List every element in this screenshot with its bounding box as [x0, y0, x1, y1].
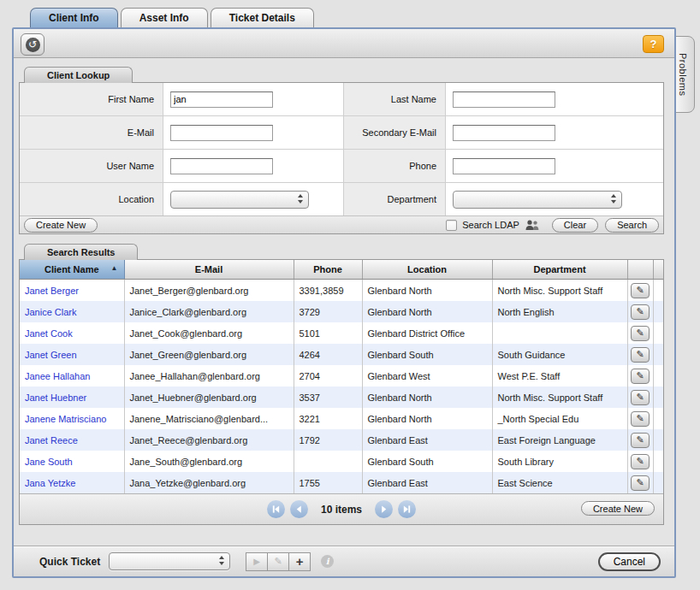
scrollbar-gutter	[653, 472, 663, 493]
edit-button[interactable]: ✎	[631, 283, 650, 298]
run-quick-ticket-button[interactable]: ▶	[246, 552, 268, 571]
last-name-label: Last Name	[343, 83, 446, 115]
phone-cell: 3729	[294, 301, 362, 322]
client-name-link[interactable]: Janene Matrisciano	[25, 414, 106, 424]
table-row: Janet Reece Janet_Reece@glenbard.org 179…	[20, 429, 663, 451]
department-cell	[492, 322, 627, 344]
quick-ticket-label: Quick Ticket	[39, 556, 100, 568]
search-button[interactable]: Search	[605, 218, 659, 233]
location-cell: Glenbard North	[362, 408, 492, 429]
scrollbar-gutter	[653, 365, 663, 386]
edit-button[interactable]: ✎	[631, 433, 650, 448]
search-results-section-tab: Search Results	[24, 244, 138, 260]
phone-cell: 5101	[294, 322, 362, 344]
quick-ticket-select[interactable]	[109, 552, 230, 570]
column-header-phone[interactable]: Phone	[294, 260, 362, 280]
search-ldap-label: Search LDAP	[462, 220, 519, 230]
first-page-icon	[271, 504, 281, 514]
tab-asset-info[interactable]: Asset Info	[121, 8, 208, 27]
scrollbar-gutter	[653, 260, 663, 280]
scrollbar-gutter	[653, 301, 663, 322]
column-header-email[interactable]: E-Mail	[124, 260, 294, 280]
users-icon	[525, 220, 540, 231]
phone-cell: 4264	[294, 344, 362, 365]
table-row: Jane South Jane_South@glenbard.org Glenb…	[20, 451, 663, 472]
clear-button[interactable]: Clear	[552, 218, 598, 233]
client-name-link[interactable]: Janet Reece	[25, 435, 78, 445]
client-name-link[interactable]: Jane South	[25, 457, 73, 467]
user-name-input[interactable]	[170, 158, 273, 174]
scrollbar-gutter	[653, 408, 663, 429]
back-button[interactable]: ↺	[21, 33, 44, 56]
table-row: Janet Green Janet_Green@glenbard.org 426…	[20, 344, 663, 365]
edit-quick-ticket-button[interactable]: ✎	[268, 552, 289, 571]
phone-input[interactable]	[453, 158, 555, 174]
edit-button[interactable]: ✎	[631, 369, 650, 384]
last-page-icon	[402, 504, 412, 514]
scrollbar-gutter	[653, 344, 663, 365]
tab-ticket-details[interactable]: Ticket Details	[211, 8, 314, 27]
previous-page-button[interactable]	[290, 500, 308, 518]
edit-button[interactable]: ✎	[631, 454, 650, 469]
department-cell: East Foreign Language	[492, 429, 627, 451]
table-row: Janet Huebner Janet_Huebner@glenbard.org…	[20, 386, 663, 408]
location-cell: Glenbard North	[362, 280, 492, 302]
phone-cell	[294, 451, 362, 472]
quick-ticket-controls: ▶ ✎ +	[246, 552, 311, 571]
secondary-email-input[interactable]	[453, 125, 555, 141]
client-name-link[interactable]: Janice Clark	[25, 307, 77, 317]
column-header-edit	[627, 260, 653, 280]
client-name-link[interactable]: Janet Berger	[25, 286, 79, 296]
next-page-button[interactable]	[375, 500, 393, 518]
sort-ascending-icon: ▲	[111, 265, 118, 272]
department-label: Department	[343, 183, 446, 215]
scrollbar-gutter	[653, 429, 663, 451]
table-row: Janee Hallahan Janee_Hallahan@glenbard.o…	[20, 365, 663, 386]
client-name-link[interactable]: Jana Yetzke	[25, 478, 75, 488]
first-page-button[interactable]	[267, 500, 285, 518]
client-name-link[interactable]: Janee Hallahan	[25, 371, 90, 381]
edit-button[interactable]: ✎	[631, 304, 650, 320]
tab-client-info[interactable]: Client Info	[30, 8, 118, 27]
help-button[interactable]: ?	[643, 35, 664, 53]
first-name-label: First Name	[20, 83, 163, 115]
column-header-department[interactable]: Department	[492, 260, 627, 280]
department-cell: South Guidance	[492, 344, 627, 365]
column-header-location[interactable]: Location	[362, 260, 492, 280]
scrollbar-gutter	[653, 451, 663, 472]
create-new-button-results[interactable]: Create New	[581, 501, 655, 516]
email-input[interactable]	[170, 125, 273, 141]
last-page-button[interactable]	[398, 500, 416, 518]
select-stepper-icon	[611, 194, 616, 204]
edit-button[interactable]: ✎	[631, 475, 650, 491]
create-new-button[interactable]: Create New	[24, 218, 98, 233]
toolbar: ↺ ?	[14, 29, 674, 58]
email-cell: Janice_Clark@glenbard.org	[124, 301, 294, 322]
edit-button[interactable]: ✎	[631, 390, 650, 405]
last-name-input[interactable]	[453, 91, 555, 108]
add-quick-ticket-button[interactable]: +	[289, 552, 311, 571]
scrollbar-gutter	[653, 280, 663, 302]
client-name-link[interactable]: Janet Green	[25, 350, 77, 360]
table-row: Janet Berger Janet_Berger@glenbard.org 3…	[20, 280, 663, 302]
first-name-input[interactable]	[170, 91, 273, 108]
results-body: Janet Berger Janet_Berger@glenbard.org 3…	[20, 280, 663, 494]
edit-button[interactable]: ✎	[631, 347, 650, 363]
column-header-client-name[interactable]: Client Name ▲	[20, 260, 124, 280]
form-row: E-Mail Secondary E-Mail	[20, 116, 663, 150]
cancel-button[interactable]: Cancel	[598, 552, 661, 571]
search-ldap-checkbox[interactable]	[446, 220, 457, 231]
location-cell: Glenbard East	[362, 472, 492, 493]
edit-button[interactable]: ✎	[631, 326, 650, 341]
email-cell: Janet_Berger@glenbard.org	[124, 280, 294, 302]
edit-button[interactable]: ✎	[631, 411, 650, 427]
client-name-link[interactable]: Janet Cook	[25, 328, 73, 339]
location-select[interactable]	[170, 191, 309, 209]
window-tabs: Client Info Asset Info Ticket Details	[30, 8, 317, 27]
client-name-link[interactable]: Janet Huebner	[25, 392, 86, 403]
scrollbar-gutter	[653, 322, 663, 344]
department-cell: _North Special Edu	[492, 408, 627, 429]
select-stepper-icon	[219, 556, 224, 565]
info-icon[interactable]: i	[321, 555, 334, 568]
department-select[interactable]	[453, 191, 622, 209]
